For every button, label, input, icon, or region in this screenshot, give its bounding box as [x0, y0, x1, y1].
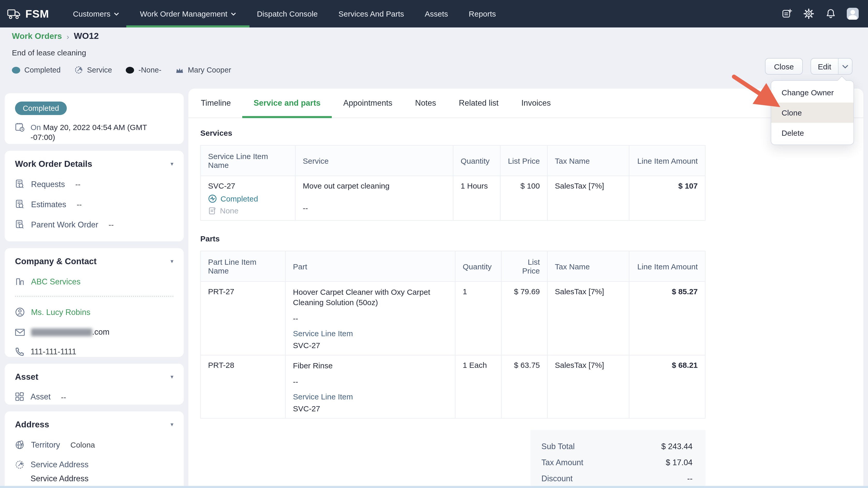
status-chip-priority: -None- — [126, 66, 161, 74]
discount-row: Discount -- — [530, 470, 706, 486]
line-item-amount-cell: $ 68.21 — [629, 355, 706, 418]
sidebar-item-asset: Asset -- — [15, 392, 174, 401]
bottom-edge-strip — [0, 486, 868, 488]
brand[interactable]: FSM — [7, 7, 49, 20]
work-order-details-card: Work Order Details ▾ Requests -- — [5, 151, 184, 241]
status-dot-icon — [12, 66, 20, 73]
globe-pin-icon — [15, 440, 25, 450]
tab-invoices[interactable]: Invoices — [510, 89, 562, 118]
document-search-icon — [15, 199, 25, 209]
sidebar-item-email: .com — [15, 327, 174, 337]
nav-item-services-and-parts[interactable]: Services And Parts — [339, 0, 404, 27]
part-cell: Hoover Carpet Cleaner with Oxy Carpet Cl… — [285, 282, 455, 355]
collapse-caret-icon[interactable]: ▾ — [170, 258, 174, 265]
truck-logo-icon — [7, 8, 21, 19]
scroll-icon — [208, 206, 216, 215]
sidebar-item-parent-work-order: Parent Work Order -- — [15, 220, 174, 229]
page-header: Work Orders › WO12 End of lease cleaning… — [12, 31, 231, 74]
service-line-item-cell: SVC-27 Completed — [200, 176, 295, 220]
main-panel: Timeline Service and parts Appointments … — [188, 89, 863, 488]
parts-table: Part Line Item Name Part Quantity List P… — [200, 251, 706, 419]
line-item-amount-cell: $ 107 — [629, 176, 706, 220]
nav-items: Customers Work Order Management Dispatch… — [73, 0, 517, 27]
priority-dot-icon — [126, 66, 134, 73]
redacted-text — [31, 329, 92, 337]
menu-item-clone[interactable]: Clone — [771, 103, 854, 123]
status-chip-completed: Completed — [12, 66, 61, 74]
line-item-invoice-status: None — [208, 206, 288, 215]
nav-item-reports[interactable]: Reports — [469, 0, 496, 27]
section-title: Asset — [15, 372, 38, 382]
nav-item-work-order-management[interactable]: Work Order Management — [140, 0, 236, 27]
services-table-row[interactable]: SVC-27 Completed — [200, 176, 706, 221]
work-order-subtitle: End of lease cleaning — [12, 48, 231, 57]
section-title: Company & Contact — [15, 256, 96, 266]
user-avatar[interactable] — [847, 8, 859, 20]
company-link[interactable]: ABC Services — [31, 277, 81, 286]
service-badge-icon — [74, 66, 83, 74]
collapse-caret-icon[interactable]: ▾ — [170, 161, 174, 167]
breadcrumb-separator: › — [66, 32, 69, 41]
contact-link[interactable]: Ms. Lucy Robins — [31, 308, 90, 317]
menu-item-change-owner[interactable]: Change Owner — [771, 82, 854, 103]
person-circle-icon — [15, 307, 25, 317]
status-chip-type: Service — [74, 66, 112, 74]
sidebar-item-service-address: Service Address — [15, 460, 174, 469]
header-buttons: Close Edit — [765, 58, 852, 75]
tab-service-and-parts[interactable]: Service and parts — [242, 89, 332, 118]
edit-split-button[interactable]: Edit — [810, 58, 852, 75]
service-line-item-link[interactable]: Service Line Item — [293, 392, 448, 401]
settings-gear-icon[interactable] — [803, 8, 814, 19]
nav-item-assets[interactable]: Assets — [425, 0, 448, 27]
email-redacted: .com — [31, 327, 110, 337]
app-canvas: FSM Customers Work Order Management Disp… — [0, 0, 868, 488]
chevron-down-icon — [842, 64, 848, 68]
nav-item-customers[interactable]: Customers — [73, 0, 119, 27]
edit-button-label[interactable]: Edit — [811, 62, 838, 71]
section-title: Work Order Details — [15, 159, 92, 169]
service-line-item-link[interactable]: Service Line Item — [293, 329, 448, 338]
menu-item-delete[interactable]: Delete — [771, 123, 854, 143]
list-price-cell: $ 100 — [500, 176, 547, 220]
tab-content: Services Service Line Item Name Service … — [188, 128, 863, 488]
tab-timeline[interactable]: Timeline — [189, 89, 242, 118]
phone-icon — [15, 347, 24, 356]
tax-amount-row: Tax Amount $ 17.04 — [530, 454, 706, 470]
chevron-down-icon — [231, 12, 236, 15]
crown-icon — [176, 66, 184, 73]
tab-appointments[interactable]: Appointments — [332, 89, 404, 118]
service-address-name: Service Address — [31, 474, 174, 483]
services-table-header: Service Line Item Name Service Quantity … — [200, 146, 706, 176]
breadcrumb: Work Orders › WO12 — [12, 31, 231, 41]
close-button[interactable]: Close — [765, 58, 803, 75]
breadcrumb-link-work-orders[interactable]: Work Orders — [12, 32, 62, 41]
completed-datetime: On May 20, 2022 04:54 AM (GMT -07:00) — [31, 122, 166, 142]
parts-table-row[interactable]: PRT-28 Fiber Rinse -- Service Line Item … — [200, 355, 706, 419]
notifications-bell-icon[interactable] — [825, 8, 836, 19]
sidebar-item-company: ABC Services — [15, 277, 174, 286]
sidebar-item-estimates: Estimates -- — [15, 199, 174, 209]
building-icon — [15, 277, 25, 286]
asset-card: Asset ▾ Asset -- — [5, 364, 184, 405]
phone-number[interactable]: 111-111-1111 — [31, 347, 76, 356]
part-line-item-cell: PRT-28 — [200, 355, 285, 418]
compose-icon[interactable] — [781, 8, 793, 19]
parts-table-row[interactable]: PRT-27 Hoover Carpet Cleaner with Oxy Ca… — [200, 282, 706, 355]
calendar-clock-icon — [15, 122, 25, 132]
tax-name-cell: SalesTax [7%] — [547, 282, 629, 355]
edit-dropdown-toggle[interactable] — [838, 59, 852, 74]
part-line-item-cell: PRT-27 — [200, 282, 285, 355]
section-title: Address — [15, 420, 49, 429]
nav-item-dispatch-console[interactable]: Dispatch Console — [257, 0, 318, 27]
top-nav: FSM Customers Work Order Management Disp… — [0, 0, 868, 27]
collapse-caret-icon[interactable]: ▾ — [170, 374, 174, 380]
sidebar-item-contact: Ms. Lucy Robins — [15, 307, 174, 317]
collapse-caret-icon[interactable]: ▾ — [170, 421, 174, 428]
tab-notes[interactable]: Notes — [404, 89, 447, 118]
tab-related-list[interactable]: Related list — [447, 89, 510, 118]
service-cell: Move out carpet cleaning -- — [295, 176, 453, 220]
line-item-status: Completed — [208, 194, 288, 203]
status-row: Completed Service -None- — [12, 66, 231, 74]
divider — [15, 296, 174, 297]
line-item-amount-cell: $ 85.27 — [629, 282, 706, 355]
